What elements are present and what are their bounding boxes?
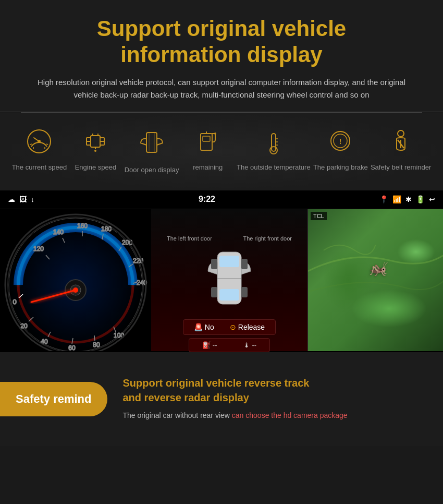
- feature-door-label: Door open display: [125, 166, 179, 175]
- svg-point-32: [398, 130, 404, 137]
- temperature-icon: [262, 128, 285, 158]
- reverse-info: Support original vehicle reverse track a…: [123, 373, 428, 421]
- image-icon: 🖼: [19, 195, 27, 203]
- car-display: The left front door The right front door: [151, 220, 307, 317]
- status-bar: ☁ 🖼 ↓ 9:22 📍 📶 ✱ 🔋 ↩: [0, 190, 443, 209]
- svg-rect-67: [219, 256, 239, 267]
- svg-rect-16: [146, 133, 157, 152]
- status-indicators: 🚨 No ⊙ Release: [183, 319, 276, 335]
- status-bar-left: ☁ 🖼 ↓: [8, 195, 34, 203]
- feature-engine-label: Engine speed: [75, 163, 117, 172]
- feature-belt: Safety belt reminder: [371, 128, 431, 172]
- brake-icon: !: [329, 128, 352, 158]
- wifi-icon: 📶: [392, 195, 401, 203]
- svg-text:60: 60: [68, 344, 76, 351]
- feature-fuel: remaining: [182, 128, 234, 172]
- features-row: The current speed Engine speed: [10, 128, 433, 175]
- svg-text:120: 120: [33, 245, 44, 253]
- svg-text:140: 140: [53, 229, 64, 236]
- svg-text:180: 180: [101, 225, 112, 233]
- svg-rect-68: [219, 289, 239, 301]
- door-icon: [139, 128, 165, 161]
- svg-rect-25: [272, 134, 276, 151]
- feature-temp-label: The outside temperature: [237, 163, 311, 172]
- door-left-label: The left front door: [167, 235, 212, 242]
- center-panel: The left front door The right front door: [151, 209, 307, 351]
- seatbelt-warning-icon: 🚨: [194, 323, 203, 331]
- seatbelt-status: 🚨 No: [194, 323, 214, 331]
- car-top-view: [206, 244, 253, 314]
- back-icon: ↩: [429, 195, 435, 203]
- dashboard-section: ☁ 🖼 ↓ 9:22 📍 📶 ✱ 🔋 ↩: [0, 190, 443, 352]
- brake-status: ⊙ Release: [230, 323, 265, 331]
- feature-brake: ! The parking brake: [313, 128, 368, 172]
- status-time: 9:22: [199, 195, 215, 204]
- camera-scene: 🦗: [308, 209, 443, 351]
- main-title: Support original vehicle information dis…: [31, 16, 412, 68]
- svg-text:!: !: [339, 137, 342, 146]
- tcl-label: TCL: [311, 212, 327, 220]
- dash-content: 0 20 40 60 80 100: [0, 209, 443, 351]
- battery-icon: 🔋: [416, 195, 425, 203]
- svg-rect-8: [91, 136, 100, 147]
- svg-text:40: 40: [41, 338, 48, 345]
- download-icon: ↓: [31, 195, 34, 203]
- reverse-desc: The original car without rear view can c…: [123, 410, 428, 421]
- svg-rect-69: [211, 259, 217, 269]
- speedometer-area: 0 20 40 60 80 100: [0, 209, 151, 351]
- temp-reading: 🌡 --: [243, 341, 257, 349]
- svg-line-6: [46, 144, 48, 145]
- bluetooth-icon: ✱: [405, 195, 412, 203]
- location-icon: 📍: [379, 195, 388, 203]
- feature-speed: The current speed: [12, 128, 67, 172]
- features-section: The current speed Engine speed: [0, 113, 443, 190]
- svg-line-5: [30, 144, 32, 145]
- feature-door: Door open display: [125, 128, 179, 175]
- speedometer-icon: [26, 128, 52, 158]
- svg-line-42: [94, 335, 95, 341]
- svg-text:160: 160: [77, 222, 88, 230]
- feature-fuel-label: remaining: [193, 163, 223, 172]
- feature-speed-label: The current speed: [12, 163, 67, 172]
- brake-warning-icon: ⊙: [230, 323, 236, 331]
- temp-gauge-icon: 🌡: [243, 341, 250, 349]
- svg-point-2: [38, 140, 41, 143]
- feature-brake-label: The parking brake: [313, 163, 368, 172]
- svg-point-23: [214, 133, 216, 135]
- feature-temp: The outside temperature: [237, 128, 311, 172]
- reverse-title: Support original vehicle reverse track a…: [123, 376, 428, 405]
- svg-text:20: 20: [20, 322, 28, 330]
- camera-panel: TCL 🦗: [307, 209, 443, 351]
- fuel-temp-row: ⛽ -- 🌡 --: [189, 338, 270, 352]
- main-subtitle: High resolution original vehicle protoco…: [31, 76, 412, 101]
- fuel-gauge-icon: ⛽: [202, 341, 211, 349]
- bottom-section: Safety remind Support original vehicle r…: [0, 352, 443, 446]
- feature-belt-label: Safety belt reminder: [371, 163, 431, 172]
- cloud-icon: ☁: [8, 195, 15, 203]
- status-bar-right: 📍 📶 ✱ 🔋 ↩: [379, 195, 435, 203]
- seatbelt-icon: [389, 128, 412, 158]
- safety-badge: Safety remind: [0, 382, 107, 416]
- svg-point-15: [94, 150, 96, 152]
- svg-rect-71: [211, 287, 217, 297]
- door-right-label: The right front door: [243, 235, 292, 242]
- svg-rect-20: [203, 136, 210, 141]
- door-labels: The left front door The right front door: [167, 235, 292, 242]
- fuel-reading: ⛽ --: [202, 341, 217, 349]
- feature-engine: Engine speed: [69, 128, 121, 172]
- fuel-icon: [196, 128, 219, 158]
- svg-rect-70: [241, 259, 248, 269]
- svg-point-63: [73, 287, 78, 293]
- svg-rect-72: [241, 287, 248, 297]
- engine-icon: [82, 128, 108, 158]
- svg-text:0: 0: [13, 298, 16, 306]
- top-section: Support original vehicle information dis…: [0, 0, 443, 112]
